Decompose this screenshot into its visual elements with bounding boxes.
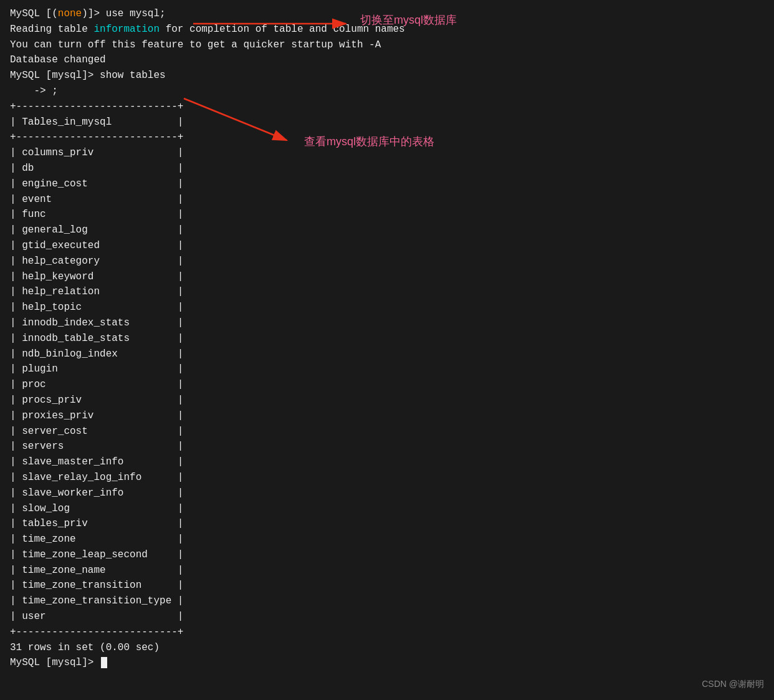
line-prompt: MySQL [mysql]>: [10, 655, 764, 671]
line-t12: | innodb_index_stats |: [10, 315, 764, 331]
line-t21: | slave_master_info |: [10, 454, 764, 470]
line-t17: | procs_priv |: [10, 393, 764, 408]
line-t18: | proxies_priv |: [10, 408, 764, 424]
terminal-content: MySQL [(none)]> use mysql;Reading table …: [10, 6, 764, 671]
line-t30: | time_zone_transition_type |: [10, 593, 764, 609]
terminal-cursor: [101, 657, 107, 668]
line-t25: | tables_priv |: [10, 516, 764, 532]
line-t29: | time_zone_transition |: [10, 578, 764, 593]
line-arrow: -> ;: [10, 84, 764, 99]
line-rows: 31 rows in set (0.00 sec): [10, 640, 764, 656]
annotation-switch: 切换至mysql数据库: [360, 12, 457, 27]
line-t2: | db |: [10, 161, 764, 176]
line-t28: | time_zone_name |: [10, 563, 764, 578]
line-t19: | server_cost |: [10, 424, 764, 439]
line-t24: | slow_log |: [10, 501, 764, 517]
line-t4: | event |: [10, 192, 764, 208]
line-t26: | time_zone |: [10, 532, 764, 547]
line-t8: | help_category |: [10, 254, 764, 269]
line-db-changed: Database changed: [10, 52, 764, 68]
line-t16: | proc |: [10, 377, 764, 393]
watermark: CSDN @谢耐明: [702, 679, 764, 690]
line-t15: | plugin |: [10, 362, 764, 377]
line-sep1: +---------------------------+: [10, 99, 764, 115]
line-show-tables: MySQL [mysql]> show tables: [10, 68, 764, 84]
line-t27: | time_zone_leap_second |: [10, 547, 764, 563]
line-t6: | general_log |: [10, 223, 764, 238]
annotation-view: 查看mysql数据库中的表格: [304, 134, 434, 149]
line-t3: | engine_cost |: [10, 176, 764, 192]
terminal: MySQL [(none)]> use mysql;Reading table …: [0, 0, 774, 700]
line-t10: | help_relation |: [10, 284, 764, 300]
line-t13: | innodb_table_stats |: [10, 331, 764, 347]
line-t7: | gtid_executed |: [10, 238, 764, 254]
line-quicker: You can turn off this feature to get a q…: [10, 37, 764, 53]
line-header: | Tables_in_mysql |: [10, 115, 764, 130]
line-t5: | func |: [10, 207, 764, 223]
line-t23: | slave_worker_info |: [10, 486, 764, 501]
line-t11: | help_topic |: [10, 300, 764, 315]
line-t31: | user |: [10, 609, 764, 625]
line-sep3: +---------------------------+: [10, 625, 764, 640]
line-t9: | help_keyword |: [10, 269, 764, 285]
line-t20: | servers |: [10, 439, 764, 454]
line-t14: | ndb_binlog_index |: [10, 347, 764, 362]
line-t22: | slave_relay_log_info |: [10, 470, 764, 486]
